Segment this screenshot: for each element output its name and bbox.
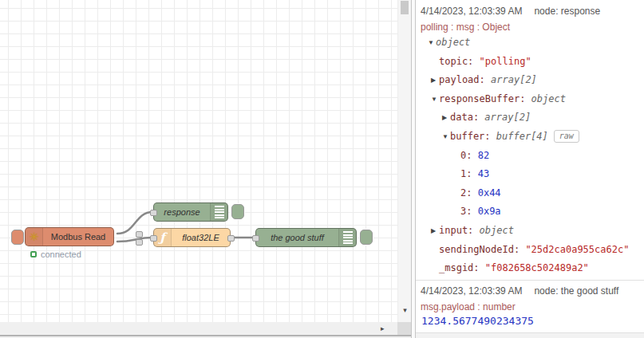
node-float32le[interactable]: ƒ float32LE: [153, 228, 231, 247]
debug-list-icon: [210, 203, 227, 221]
float32le-output-port[interactable]: [227, 235, 235, 242]
debug-tree-row: ▶input: object: [421, 222, 642, 241]
debug-tree-row: ▶payload: array[2]: [421, 71, 642, 90]
tree-value-number: 43: [478, 168, 489, 179]
node-label-float32le: float32LE: [172, 229, 230, 246]
tree-key: 3:: [460, 206, 478, 217]
tree-key: topic:: [439, 56, 480, 67]
debug-object-tree: ▼objecttopic: "polling"▶payload: array[2…: [421, 33, 642, 278]
node-the-good-stuff[interactable]: the good stuff: [255, 228, 357, 247]
canvas-vertical-scrollbar[interactable]: ▾: [397, 0, 411, 322]
collapse-arrow-icon[interactable]: ▼: [442, 128, 450, 147]
status-connected-icon: [30, 251, 37, 257]
debug-message-path: msg.payload : number: [421, 301, 516, 312]
tree-key: input:: [439, 225, 480, 236]
scroll-down-arrow-icon[interactable]: ▾: [398, 306, 412, 314]
scroll-right-arrow-icon[interactable]: ▸: [381, 324, 385, 332]
tree-key: payload:: [439, 74, 491, 85]
node-label-modbus: Modbus Read: [43, 228, 113, 246]
tree-value-number: 82: [478, 150, 489, 161]
collapse-arrow-icon[interactable]: ▼: [428, 33, 436, 53]
goodstuff-input-port[interactable]: [252, 235, 259, 242]
debug-list-icon: [338, 229, 356, 246]
modbus-gear-icon: ✳: [26, 228, 43, 246]
scrollbar-corner: [397, 322, 412, 335]
expand-arrow-icon[interactable]: ▶: [431, 71, 439, 90]
tree-value-type: object: [480, 225, 514, 236]
expand-arrow-icon[interactable]: ▶: [442, 108, 450, 128]
modbus-status: connected: [30, 250, 81, 259]
modbus-output-port-1[interactable]: [136, 231, 143, 238]
goodstuff-enable-toggle[interactable]: [360, 230, 373, 245]
debug-tree-row: 0: 82: [421, 147, 642, 166]
status-label: connected: [41, 250, 81, 259]
tree-value-string: "f082658c502489a2": [485, 262, 589, 273]
debug-panel-footer: [416, 333, 644, 338]
debug-payload-value: 1234.5677490234375: [421, 315, 534, 327]
response-input-port[interactable]: [150, 210, 157, 216]
debug-node-name: node: the good stuff: [534, 285, 618, 297]
collapse-arrow-icon[interactable]: ▼: [431, 90, 439, 109]
node-label-goodstuff: the good stuff: [256, 229, 338, 246]
debug-tree-row: _msgid: "f082658c502489a2": [421, 259, 642, 278]
tree-key: sendingNodeId:: [439, 244, 525, 255]
tree-value-number: 0x44: [478, 187, 501, 198]
wire-modbus-to-response[interactable]: [117, 212, 152, 234]
debug-tree-row: sendingNodeId: "25d2ca0a955ca62c": [421, 241, 642, 260]
function-glyph: ƒ: [160, 232, 164, 244]
debug-tree-row: ▶data: array[2]: [421, 108, 642, 128]
tree-value-string: "polling": [480, 56, 531, 67]
node-red-window: ✳ Modbus Read connected response ƒ float…: [0, 0, 644, 338]
float32le-input-port[interactable]: [150, 235, 157, 242]
flow-canvas[interactable]: ✳ Modbus Read connected response ƒ float…: [0, 0, 397, 322]
debug-timestamp: 4/14/2023, 12:03:39 AM: [421, 285, 522, 297]
tree-key: data:: [450, 112, 484, 123]
debug-bars-glyph: [343, 231, 353, 244]
tree-key: 2:: [460, 187, 478, 198]
debug-node-name: node: response: [534, 6, 600, 17]
tree-key: responseBuffer:: [439, 93, 531, 104]
tree-value-type: buffer[4]: [496, 131, 548, 142]
tree-value-number: 0x9a: [478, 206, 501, 217]
debug-timestamp: 4/14/2023, 12:03:39 AM: [421, 6, 522, 17]
modbus-output-port-2[interactable]: [136, 239, 143, 246]
tree-value-type: object: [436, 37, 470, 48]
debug-tree-row: 3: 0x9a: [421, 202, 642, 222]
debug-sidebar[interactable]: 4/14/2023, 12:03:39 AMnode: response pol…: [416, 0, 644, 338]
debug-tree-row: 1: 43: [421, 165, 642, 184]
raw-button[interactable]: raw: [554, 130, 579, 143]
debug-tree-row: ▼buffer: buffer[4]raw: [421, 128, 642, 147]
vertical-scrollbar-thumb[interactable]: [401, 1, 409, 14]
wires-layer: [0, 0, 397, 322]
debug-message-meta: 4/14/2023, 12:03:39 AMnode: the good stu…: [421, 285, 618, 297]
debug-tree-row: ▼responseBuffer: object: [421, 90, 642, 109]
tree-key: 1:: [460, 168, 478, 179]
tree-value-type: array[2]: [491, 74, 537, 85]
debug-message-meta: 4/14/2023, 12:03:39 AMnode: response: [421, 6, 600, 17]
modbus-node-button[interactable]: [11, 230, 24, 245]
response-enable-toggle[interactable]: [231, 204, 244, 219]
debug-message-response: 4/14/2023, 12:03:39 AMnode: response pol…: [416, 0, 644, 281]
wire-modbus-to-float32le[interactable]: [117, 238, 152, 242]
canvas-horizontal-scrollbar[interactable]: ▸: [0, 322, 397, 336]
tree-value-type: array[2]: [484, 112, 531, 123]
debug-message-goodstuff: 4/14/2023, 12:03:39 AMnode: the good stu…: [416, 281, 644, 333]
debug-bars-glyph: [215, 206, 224, 218]
modbus-glyph: ✳: [30, 231, 39, 242]
node-response[interactable]: response: [153, 202, 228, 222]
debug-tree-row: topic: "polling": [421, 53, 642, 72]
expand-arrow-icon[interactable]: ▶: [431, 222, 439, 241]
debug-tree-row: 2: 0x44: [421, 184, 642, 203]
tree-value-type: object: [531, 93, 566, 104]
tree-key: 0:: [460, 150, 478, 161]
debug-message-path: polling : msg : Object: [421, 22, 510, 33]
node-modbus-read[interactable]: ✳ Modbus Read: [25, 227, 114, 246]
tree-value-string: "25d2ca0a955ca62c": [525, 244, 629, 255]
tree-key: buffer:: [450, 131, 496, 142]
debug-tree-row: ▼object: [421, 33, 642, 53]
node-label-response: response: [154, 203, 210, 221]
tree-key: _msgid:: [439, 262, 485, 273]
